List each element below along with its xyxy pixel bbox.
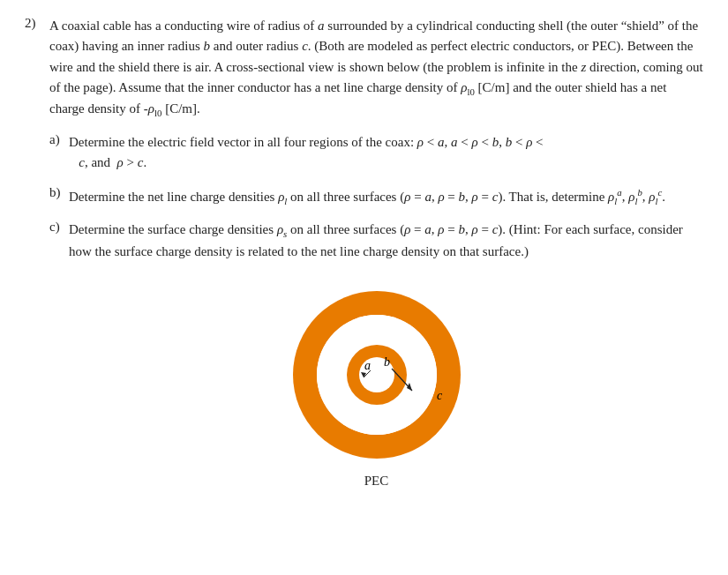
part-a-content: Determine the electric field vector in a… [69, 132, 703, 174]
label-c: c [437, 389, 443, 402]
problem-content: A coaxial cable has a conducting wire of… [49, 16, 703, 489]
part-c: c) Determine the surface charge densitie… [49, 220, 703, 262]
part-a-label: a) [49, 132, 69, 174]
diagram-area: a b c PEC [49, 287, 703, 489]
label-b: b [384, 355, 390, 369]
problem-intro: A coaxial cable has a conducting wire of… [49, 16, 703, 121]
coax-diagram: a b c [280, 287, 474, 472]
part-c-content: Determine the surface charge densities ρ… [69, 220, 703, 262]
problem-number: 2) [25, 16, 49, 489]
problem-container: 2) A coaxial cable has a conducting wire… [25, 16, 703, 489]
part-b: b) Determine the net line charge densiti… [49, 185, 703, 209]
part-b-label: b) [49, 185, 69, 209]
part-a: a) Determine the electric field vector i… [49, 132, 703, 174]
pec-label: PEC [364, 474, 389, 489]
label-a: a [364, 359, 371, 372]
part-b-content: Determine the net line charge densities … [69, 185, 703, 209]
part-c-label: c) [49, 220, 69, 262]
